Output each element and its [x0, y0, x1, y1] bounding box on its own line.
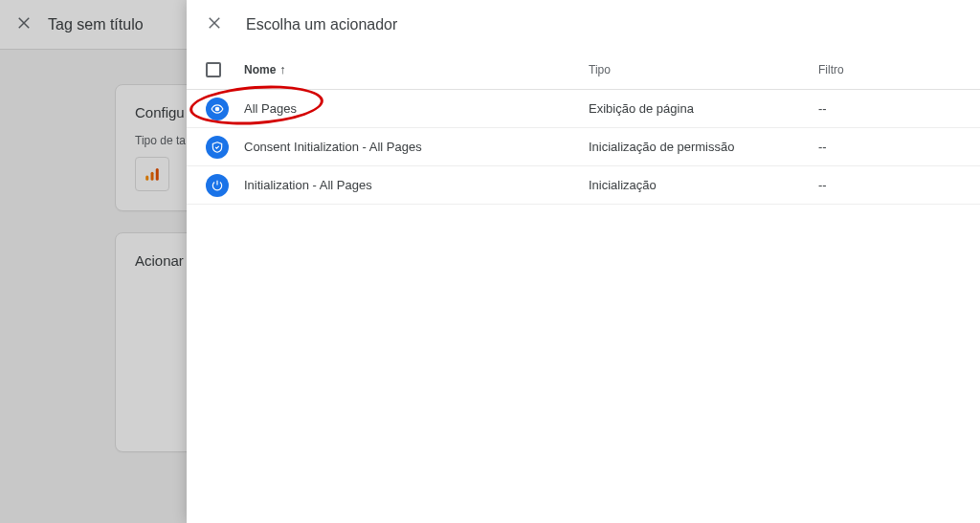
sort-asc-icon: ↑: [279, 62, 286, 76]
trigger-type: Exibição de página: [589, 101, 818, 116]
initialization-icon: [206, 174, 229, 197]
trigger-filter: --: [818, 101, 961, 116]
trigger-name: All Pages: [244, 101, 589, 116]
consent-init-icon: [206, 136, 229, 159]
trigger-filter: --: [818, 178, 961, 192]
choose-trigger-panel: Escolha um acionador Nome ↑ Tipo Filtro …: [187, 0, 980, 523]
trigger-type: Inicialização de permissão: [589, 140, 818, 154]
pageview-icon: [206, 98, 229, 120]
trigger-name: Initialization - All Pages: [244, 178, 589, 192]
svg-point-7: [215, 107, 219, 111]
trigger-row-consent-init[interactable]: Consent Initialization - All Pages Inici…: [187, 128, 980, 166]
trigger-row-initialization[interactable]: Initialization - All Pages Inicialização…: [187, 166, 980, 205]
column-header-type[interactable]: Tipo: [589, 63, 818, 76]
select-all-checkbox[interactable]: [206, 62, 221, 77]
panel-header: Escolha um acionador: [187, 0, 980, 50]
column-header-name[interactable]: Nome ↑: [244, 62, 589, 76]
trigger-name: Consent Initialization - All Pages: [244, 140, 589, 154]
trigger-type: Inicialização: [589, 178, 818, 192]
column-header-filter[interactable]: Filtro: [818, 63, 961, 76]
close-icon[interactable]: [206, 14, 223, 35]
trigger-row-all-pages[interactable]: All Pages Exibição de página --: [187, 90, 980, 128]
column-name-text: Nome: [244, 63, 276, 76]
modal-overlay: [0, 0, 187, 523]
table-header-row: Nome ↑ Tipo Filtro: [187, 50, 980, 90]
trigger-filter: --: [818, 140, 961, 154]
panel-title: Escolha um acionador: [246, 16, 397, 33]
